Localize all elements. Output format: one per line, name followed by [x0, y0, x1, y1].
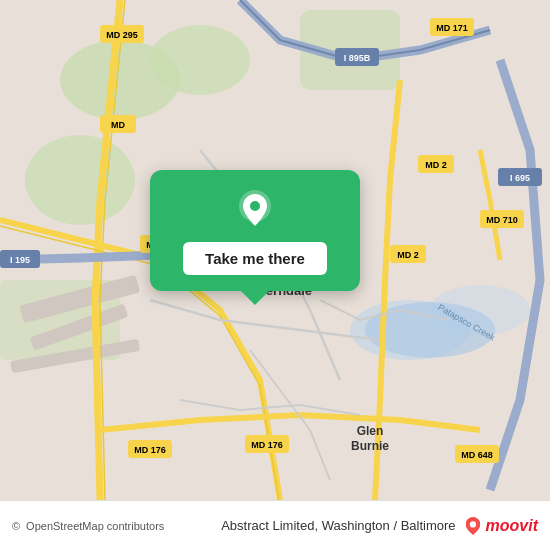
svg-text:MD 648: MD 648 — [461, 450, 493, 460]
svg-text:I 195: I 195 — [10, 255, 30, 265]
popup-card: Take me there — [150, 170, 360, 291]
svg-point-2 — [150, 25, 250, 95]
copyright-icon: © — [12, 520, 20, 532]
svg-text:I 895B: I 895B — [344, 53, 371, 63]
svg-text:Glen: Glen — [357, 424, 384, 438]
app-brand: Abstract Limited, Washington / Baltimore… — [221, 515, 538, 537]
svg-text:Burnie: Burnie — [351, 439, 389, 453]
svg-text:MD 2: MD 2 — [425, 160, 447, 170]
svg-point-44 — [469, 521, 475, 527]
svg-text:MD 710: MD 710 — [486, 215, 518, 225]
svg-text:MD 176: MD 176 — [251, 440, 283, 450]
svg-point-4 — [25, 135, 135, 225]
moovit-logo-text: moovit — [486, 517, 538, 535]
svg-text:MD: MD — [111, 120, 125, 130]
svg-text:MD 176: MD 176 — [134, 445, 166, 455]
openstreetmap-credit: OpenStreetMap contributors — [26, 520, 164, 532]
svg-text:MD 295: MD 295 — [106, 30, 138, 40]
map-container: MD 295 MD 171 I 895B MD MD 170 I 695 MD … — [0, 0, 550, 500]
svg-point-43 — [250, 201, 260, 211]
moovit-logo-icon — [462, 515, 484, 537]
brand-text: Abstract Limited, Washington / Baltimore — [221, 518, 455, 533]
moovit-logo: moovit — [462, 515, 538, 537]
svg-text:I 695: I 695 — [510, 173, 530, 183]
svg-text:MD 171: MD 171 — [436, 23, 468, 33]
take-me-there-button[interactable]: Take me there — [183, 242, 327, 275]
svg-text:MD 2: MD 2 — [397, 250, 419, 260]
location-pin-icon — [233, 188, 277, 232]
bottom-bar: © OpenStreetMap contributors Abstract Li… — [0, 500, 550, 550]
